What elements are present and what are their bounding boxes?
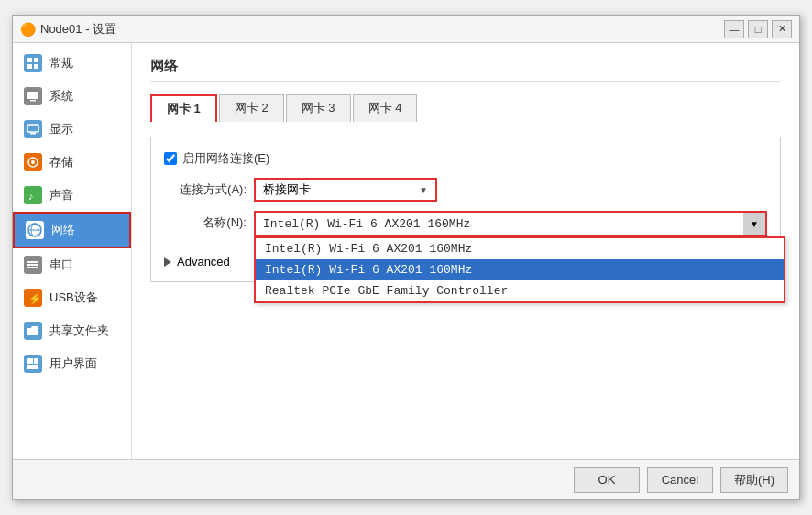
name-row: 名称(N): ▼ Intel(R) Wi-Fi 6 AX201 160MHz [164,211,767,236]
sidebar-label-network: 网络 [51,222,75,238]
sidebar-label-shared-folders: 共享文件夹 [49,323,109,339]
svg-rect-16 [27,267,38,268]
main-panel: 网络 网卡 1 网卡 2 网卡 3 网卡 4 启用网络连接(E) 连接方式(A)… [132,43,799,459]
ui-icon [24,355,42,373]
svg-rect-3 [34,64,38,69]
svg-rect-0 [27,58,32,62]
display-icon [24,120,42,138]
sidebar-item-shared-folders[interactable]: 共享文件夹 [13,314,131,347]
network-adapter-option-wifi-selected[interactable]: Intel(R) Wi-Fi 6 AX201 160MHz [256,259,784,280]
svg-rect-6 [27,125,38,132]
serial-icon [24,256,42,274]
footer: OK Cancel 帮助(H) [13,459,799,499]
svg-point-9 [31,160,35,164]
name-input[interactable] [256,213,743,235]
sidebar-label-storage: 存储 [49,154,73,170]
section-title: 网络 [150,58,781,82]
sidebar-item-system[interactable]: 系统 [13,80,131,113]
app-icon: 🟠 [20,22,35,37]
minimize-button[interactable]: — [724,20,744,38]
svg-rect-19 [34,358,38,364]
enable-network-checkbox[interactable] [164,152,177,165]
svg-rect-14 [27,261,38,263]
advanced-label[interactable]: Advanced [177,255,230,268]
advanced-expand-icon[interactable] [164,258,171,267]
sidebar-item-display[interactable]: 显示 [13,113,131,146]
window-title: Node01 - 设置 [40,21,116,38]
sidebar-label-audio: 声音 [49,187,73,203]
title-bar: 🟠 Node01 - 设置 — □ ✕ [13,16,799,43]
tab-content-nic1: 启用网络连接(E) 连接方式(A): 桥接网卡 ▼ 名称(N): [150,137,781,282]
connection-type-value: 桥接网卡 [263,181,311,198]
name-label: 名称(N): [164,214,247,231]
maximize-button[interactable]: □ [748,20,768,38]
tab-nic1[interactable]: 网卡 1 [150,94,217,122]
connection-type-arrow-icon: ▼ [419,185,428,195]
wifi-option-label: Intel(R) Wi-Fi 6 AX201 160MHz [265,242,472,256]
sidebar-label-usb: USB设备 [49,290,98,306]
network-adapter-dropdown-list: Intel(R) Wi-Fi 6 AX201 160MHz Intel(R) W… [254,236,785,303]
storage-icon [24,153,42,171]
connection-type-dropdown-container: 桥接网卡 ▼ [254,178,437,202]
svg-rect-18 [27,358,33,364]
sidebar-label-ui: 用户界面 [49,356,97,372]
tab-nic2[interactable]: 网卡 2 [219,94,284,122]
name-dropdown-arrow-icon: ▼ [750,219,759,229]
window-controls: — □ ✕ [724,20,792,38]
enable-network-row: 启用网络连接(E) [164,150,767,167]
enable-network-label: 启用网络连接(E) [182,150,269,167]
tab-nic4[interactable]: 网卡 4 [353,94,418,122]
name-input-row: ▼ [254,211,767,236]
svg-rect-2 [27,64,32,69]
sidebar-item-network[interactable]: 网络 [13,212,131,248]
title-bar-left: 🟠 Node01 - 设置 [20,21,116,38]
svg-rect-1 [34,58,38,62]
network-icon [26,221,44,239]
wifi-option-label-selected: Intel(R) Wi-Fi 6 AX201 160MHz [265,263,472,277]
svg-rect-15 [27,264,38,266]
tab-nic3[interactable]: 网卡 3 [286,94,351,122]
system-icon [24,87,42,105]
connection-type-dropdown[interactable]: 桥接网卡 ▼ [254,178,437,202]
connection-type-row: 连接方式(A): 桥接网卡 ▼ [164,178,767,202]
sidebar: 常规 系统 显示 存储 [13,43,132,459]
close-button[interactable]: ✕ [772,20,792,38]
sidebar-item-serial[interactable]: 串口 [13,248,131,281]
svg-rect-20 [27,365,38,369]
help-button[interactable]: 帮助(H) [720,467,788,493]
sidebar-label-display: 显示 [49,121,73,137]
content-area: 常规 系统 显示 存储 [13,43,799,459]
svg-text:⚡: ⚡ [28,291,39,304]
name-dropdown-arrow-btn[interactable]: ▼ [743,213,765,235]
sidebar-item-audio[interactable]: ♪ 声音 [13,179,131,212]
main-window: 🟠 Node01 - 设置 — □ ✕ 常规 系统 [12,15,800,500]
shared-folders-icon [24,322,42,340]
sidebar-item-storage[interactable]: 存储 [13,146,131,179]
usb-icon: ⚡ [24,289,42,307]
cancel-button[interactable]: Cancel [647,467,713,493]
network-adapter-option-ethernet[interactable]: Realtek PCIe GbE Family Controller [256,280,784,301]
sidebar-item-general[interactable]: 常规 [13,47,131,80]
audio-icon: ♪ [24,186,42,204]
sidebar-item-usb[interactable]: ⚡ USB设备 [13,281,131,314]
general-icon [24,54,42,72]
svg-rect-4 [27,92,38,99]
name-dropdown-section: ▼ Intel(R) Wi-Fi 6 AX201 160MHz Intel(R)… [254,211,767,236]
network-adapter-option-wifi[interactable]: Intel(R) Wi-Fi 6 AX201 160MHz [256,238,784,259]
connection-type-label: 连接方式(A): [164,181,247,198]
sidebar-label-general: 常规 [49,55,73,71]
sidebar-label-system: 系统 [49,88,73,104]
sidebar-label-serial: 串口 [49,257,73,273]
svg-rect-5 [30,100,36,102]
svg-rect-7 [30,133,36,135]
tab-bar: 网卡 1 网卡 2 网卡 3 网卡 4 [150,94,781,122]
ok-button[interactable]: OK [574,467,640,493]
ethernet-option-label: Realtek PCIe GbE Family Controller [265,284,508,298]
sidebar-item-ui[interactable]: 用户界面 [13,347,131,380]
svg-text:♪: ♪ [28,191,34,202]
